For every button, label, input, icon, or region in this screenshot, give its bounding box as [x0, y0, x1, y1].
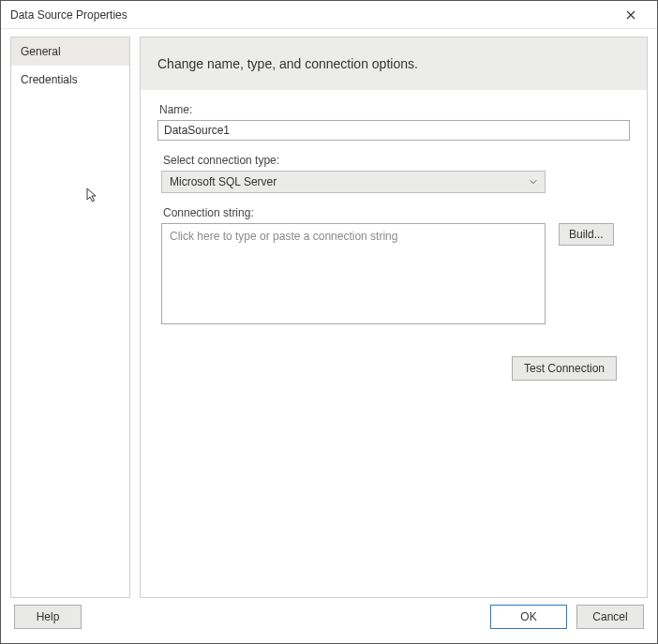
name-field-group: Name: — [157, 103, 630, 141]
sidebar: General Credentials — [10, 37, 130, 598]
chevron-down-icon — [529, 177, 538, 187]
conn-type-label: Select connection type: — [161, 154, 630, 167]
conn-type-field-group: Select connection type: Microsoft SQL Se… — [161, 154, 630, 193]
conn-string-input[interactable] — [161, 223, 546, 324]
ok-button[interactable]: OK — [490, 605, 567, 629]
sidebar-item-general[interactable]: General — [11, 37, 129, 66]
close-button[interactable] — [612, 2, 650, 28]
build-button[interactable]: Build... — [559, 223, 614, 246]
titlebar: Data Source Properties — [1, 1, 657, 29]
close-icon — [626, 7, 636, 22]
sidebar-item-credentials[interactable]: Credentials — [11, 66, 129, 94]
test-connection-row: Test Connection — [161, 356, 617, 381]
dialog-window: Data Source Properties General Credentia… — [0, 0, 658, 644]
sidebar-item-label: General — [21, 45, 61, 58]
help-button[interactable]: Help — [14, 605, 82, 629]
main-panel: Change name, type, and connection option… — [140, 37, 648, 598]
panel-content: Name: Select connection type: Microsoft … — [141, 90, 647, 394]
conn-type-select[interactable]: Microsoft SQL Server — [161, 171, 546, 193]
conn-type-value: Microsoft SQL Server — [170, 175, 277, 188]
cancel-button[interactable]: Cancel — [576, 605, 644, 629]
sidebar-item-label: Credentials — [21, 73, 78, 86]
window-title: Data Source Properties — [10, 8, 612, 22]
name-input[interactable] — [157, 120, 630, 141]
name-label: Name: — [157, 103, 630, 116]
test-connection-button[interactable]: Test Connection — [512, 356, 617, 381]
panel-heading: Change name, type, and connection option… — [141, 37, 647, 90]
conn-string-label: Connection string: — [161, 206, 630, 219]
conn-string-field-group: Connection string: Build... — [161, 206, 630, 324]
dialog-footer: Help OK Cancel — [1, 598, 657, 643]
dialog-body: General Credentials Change name, type, a… — [1, 29, 657, 598]
